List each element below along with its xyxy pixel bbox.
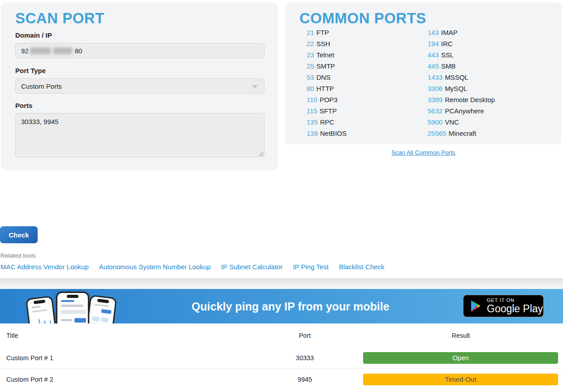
common-ports-column-left: 21FTP22SSH23Telnet25SMTP53DNS80HTTP110PO…	[307, 29, 428, 141]
related-tool-link[interactable]: IP Ping Test	[293, 263, 329, 271]
chevron-down-icon	[251, 85, 258, 89]
domain-ip-suffix: 80	[75, 47, 82, 55]
table-row: Custom Port # 29945Timed-Out	[0, 369, 563, 390]
result-badge: Timed-Out	[363, 374, 558, 385]
result-row-port: 9945	[251, 376, 359, 383]
related-tool-link[interactable]: Autonomous System Number Lookup	[99, 263, 211, 271]
port-name-label: IMAP	[441, 29, 458, 36]
domain-ip-input[interactable]: 9280	[15, 43, 264, 58]
common-port-item: 143IMAP	[428, 29, 495, 40]
google-play-line1: GET IT ON	[487, 298, 543, 303]
port-number-link[interactable]: 53	[307, 73, 314, 81]
port-name-label: SMTP	[316, 62, 335, 70]
google-play-badge[interactable]: GET IT ON Google Play	[463, 295, 544, 317]
common-port-item: 194IRC	[428, 40, 495, 51]
port-number-link[interactable]: 23	[307, 51, 314, 59]
related-tool-link[interactable]: IP Subnet Calculator	[221, 263, 282, 271]
port-number-link[interactable]: 110	[307, 96, 317, 103]
port-number-link[interactable]: 25565	[428, 129, 446, 137]
phone-mockup	[26, 296, 59, 323]
common-port-item: 1433MSSQL	[428, 73, 495, 85]
header-title: Title	[0, 332, 251, 339]
port-number-link[interactable]: 443	[428, 51, 439, 59]
port-name-label: RPC	[320, 118, 334, 126]
result-cell: Open	[359, 352, 563, 364]
scan-port-page: SCAN PORT Domain / IP 9280 Port Type Cus…	[0, 0, 563, 392]
port-name-label: SSH	[316, 40, 330, 47]
common-port-item: 3389Remote Desktop	[428, 96, 495, 107]
port-number-link[interactable]: 3306	[428, 85, 442, 92]
common-ports-list: 21FTP22SSH23Telnet25SMTP53DNS80HTTP110PO…	[307, 29, 553, 141]
port-number-link[interactable]: 143	[428, 29, 439, 36]
common-port-item: 80HTTP	[307, 85, 428, 96]
port-number-link[interactable]: 135	[307, 118, 318, 126]
port-number-link[interactable]: 80	[307, 85, 314, 92]
port-number-link[interactable]: 22	[307, 40, 314, 47]
port-number-link[interactable]: 194	[428, 40, 439, 47]
scan-results-table: Title Port Result Custom Port # 130333Op…	[0, 323, 563, 390]
common-port-item: 22SSH	[307, 40, 428, 51]
port-number-link[interactable]: 5632	[428, 107, 442, 115]
ports-textarea[interactable]: 30333, 9945	[15, 113, 264, 157]
port-name-label: Telnet	[316, 51, 334, 59]
header-port: Port	[251, 332, 359, 339]
masked-ip-segment	[53, 47, 72, 54]
masked-ip-segment	[30, 47, 51, 54]
port-name-label: NetBIOS	[320, 129, 346, 137]
scan-all-wrapper: Scan All Common Ports	[285, 148, 562, 156]
domain-ip-prefix: 92	[21, 47, 29, 55]
common-port-item: 115SFTP	[307, 107, 428, 118]
port-type-select[interactable]: Custom Ports	[15, 78, 264, 94]
common-port-item: 3306MySQL	[428, 85, 495, 96]
port-name-label: SSL	[441, 51, 454, 59]
common-ports-panel: COMMON PORTS 21FTP22SSH23Telnet25SMTP53D…	[285, 3, 562, 144]
common-port-item: 21FTP	[307, 29, 428, 40]
result-cell: Timed-Out	[359, 374, 563, 385]
common-port-item: 5632PCAnywhere	[428, 107, 495, 118]
port-type-label: Port Type	[15, 67, 46, 74]
port-name-label: SMB	[441, 62, 456, 70]
port-name-label: Remote Desktop	[445, 96, 495, 103]
common-port-item: 53DNS	[307, 73, 428, 85]
common-port-item: 135RPC	[307, 118, 428, 129]
port-name-label: HTTP	[316, 85, 334, 92]
port-name-label: SFTP	[320, 107, 337, 115]
scan-all-common-ports-link[interactable]: Scan All Common Ports	[391, 149, 455, 156]
port-name-label: MySQL	[445, 85, 467, 92]
port-number-link[interactable]: 1433	[428, 73, 442, 81]
result-row-title: Custom Port # 1	[0, 354, 251, 362]
common-port-item: 443SSL	[428, 51, 495, 62]
result-row-port: 30333	[251, 354, 359, 362]
phone-mockups-image	[29, 291, 114, 323]
common-port-item: 445SMB	[428, 62, 495, 73]
related-tools-links: MAC Address Vendor LookupAutonomous Syst…	[0, 263, 385, 271]
table-row: Custom Port # 130333Open	[0, 347, 563, 368]
result-row-title: Custom Port # 2	[0, 376, 251, 383]
port-name-label: IRC	[441, 40, 453, 47]
banner-title: Quickly ping any IP from your mobile	[117, 300, 464, 313]
scan-port-panel: SCAN PORT Domain / IP 9280 Port Type Cus…	[1, 3, 278, 170]
port-number-link[interactable]: 21	[307, 29, 314, 36]
check-button[interactable]: Check	[0, 226, 38, 243]
related-tool-link[interactable]: Blacklist Check	[339, 263, 385, 271]
common-port-item: 23Telnet	[307, 51, 428, 62]
port-number-link[interactable]: 115	[307, 107, 317, 115]
section-divider	[0, 278, 563, 289]
google-play-text: GET IT ON Google Play	[487, 298, 543, 314]
common-port-item: 110POP3	[307, 96, 428, 107]
related-tools-label: Related tools	[0, 252, 36, 259]
port-number-link[interactable]: 139	[307, 129, 318, 137]
port-number-link[interactable]: 25	[307, 62, 314, 70]
common-port-item: 25565Minecraft	[428, 129, 495, 141]
result-badge: Open	[363, 352, 558, 364]
ports-label: Ports	[15, 102, 32, 109]
common-port-item: 139NetBIOS	[307, 129, 428, 141]
port-number-link[interactable]: 5900	[428, 118, 442, 126]
port-number-link[interactable]: 3389	[428, 96, 442, 103]
results-header-row: Title Port Result	[0, 323, 563, 347]
related-tool-link[interactable]: MAC Address Vendor Lookup	[0, 263, 89, 271]
google-play-line2: Google Play	[487, 303, 543, 314]
port-number-link[interactable]: 445	[428, 62, 439, 70]
common-ports-title: COMMON PORTS	[299, 10, 426, 27]
phone-mockup	[56, 292, 89, 323]
